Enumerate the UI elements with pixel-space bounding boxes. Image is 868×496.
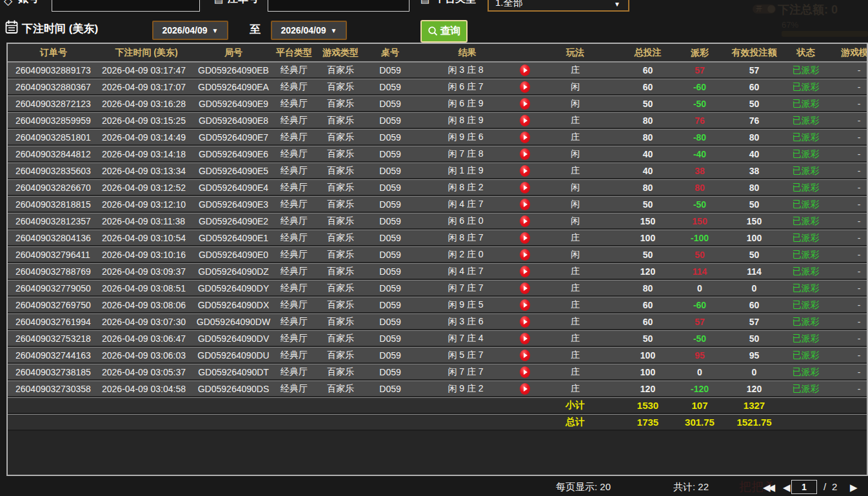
cell-total-bet: 80 (604, 112, 672, 129)
cell-status: 已派彩 (785, 330, 827, 347)
table-row: 260409032769750 2026-04-09 03:08:06 GD05… (8, 297, 868, 313)
cell-game-mode: - (827, 313, 868, 330)
cell-bet-time: 2026-04-09 03:08:51 (99, 280, 193, 297)
video-play-icon[interactable] (520, 182, 530, 193)
cell-valid-bet: 38 (717, 163, 785, 179)
cell-status: 已派彩 (785, 246, 827, 263)
cell-game-type: 百家乐 (315, 280, 366, 297)
next-page-icon[interactable]: ▶ (850, 482, 858, 493)
video-play-icon[interactable] (520, 333, 530, 344)
cell-bet-time: 2026-04-09 03:06:47 (99, 330, 193, 347)
video-play-icon[interactable] (520, 299, 530, 311)
play-triangle-icon (524, 353, 528, 358)
video-play-icon[interactable] (520, 199, 530, 210)
cell-game-type: 百家乐 (315, 313, 366, 330)
play-triangle-icon (524, 303, 528, 308)
current-page-input[interactable] (791, 480, 817, 494)
video-play-icon[interactable] (520, 232, 530, 244)
video-play-icon[interactable] (520, 316, 530, 328)
cell-bet-time: 2026-04-09 03:16:28 (99, 95, 193, 112)
cell-play-method: 庄 (546, 163, 604, 179)
play-triangle-icon (524, 152, 528, 157)
table-row: 260409032730358 2026-04-09 03:04:58 GD05… (8, 381, 868, 397)
table-row: 260409032826670 2026-04-09 03:12:52 GD05… (8, 179, 868, 196)
result-value: 闲 7 庄 8 (435, 148, 497, 160)
table-row: 260409032761994 2026-04-09 03:07:30 GD05… (8, 313, 868, 330)
cell-game-mode: - (827, 213, 868, 230)
table-row: 260409032880367 2026-04-09 03:17:07 GD05… (8, 79, 868, 95)
cell-game-mode: - (827, 263, 868, 280)
cell-game-mode: - (827, 381, 868, 397)
cell-game-mode: - (827, 62, 868, 79)
video-play-icon[interactable] (520, 115, 530, 126)
cell-total-bet: 60 (604, 297, 672, 313)
video-play-icon[interactable] (520, 81, 530, 93)
video-play-icon[interactable] (520, 64, 530, 76)
cell-table-no: D059 (366, 381, 414, 397)
cell-game-type: 百家乐 (315, 364, 366, 381)
cell-order-no: 260409032859959 (8, 112, 99, 129)
video-play-icon[interactable] (520, 148, 530, 160)
overlay-toggle[interactable]: 开 (753, 5, 776, 14)
cell-order-no: 260409032738185 (8, 364, 99, 381)
cell-result: 闲 3 庄 8 (414, 62, 546, 79)
cell-payout: -50 (672, 330, 717, 347)
cell-payout: -60 (672, 79, 717, 95)
subtotal-label: 小计 (546, 397, 604, 414)
cell-game-type: 百家乐 (315, 297, 366, 313)
cell-game-mode: - (827, 146, 868, 163)
cell-status: 已派彩 (785, 381, 827, 397)
video-play-icon[interactable] (520, 283, 530, 294)
table-row: 260409032859959 2026-04-09 03:15:25 GD05… (8, 112, 868, 129)
chevron-down-icon: ▼ (331, 27, 337, 34)
cell-game-type: 百家乐 (315, 179, 366, 196)
platform-type-select[interactable]: 1.全部 ▼ (488, 0, 629, 12)
cell-game-type: 百家乐 (315, 246, 366, 263)
previous-page-icon[interactable]: ◀ (783, 482, 791, 493)
date-to-picker[interactable]: 2026/04/09 ▼ (271, 21, 347, 40)
play-triangle-icon (524, 269, 528, 274)
cell-valid-bet: 50 (717, 246, 785, 263)
cell-play-method: 庄 (546, 364, 604, 381)
cell-table-no: D059 (366, 263, 414, 280)
cell-play-method: 闲 (546, 95, 604, 112)
platform-type-value: 1.全部 (495, 0, 523, 9)
cell-table-no: D059 (366, 347, 414, 364)
result-value: 闲 9 庄 6 (435, 132, 497, 143)
overlay-percent: 67% (782, 20, 798, 30)
cell-total-bet: 120 (604, 381, 672, 397)
cell-round-no: GD059264090DV (193, 330, 273, 347)
video-play-icon[interactable] (520, 98, 530, 110)
cell-payout: -40 (672, 146, 717, 163)
cell-platform-type: 经典厅 (273, 313, 315, 330)
date-from-picker[interactable]: 2026/04/09 ▼ (152, 21, 228, 40)
video-play-icon[interactable] (520, 266, 530, 277)
cell-table-no: D059 (366, 230, 414, 246)
video-play-icon[interactable] (520, 350, 530, 361)
play-triangle-icon (524, 168, 528, 174)
video-play-icon[interactable] (520, 132, 530, 143)
search-button[interactable]: 查询 (420, 20, 468, 43)
video-play-icon[interactable] (520, 366, 530, 378)
table-footer: 每页显示: 20 共计: 22 ◀◀ ◀ / 2 ▶ (0, 480, 868, 496)
table-row: 260409032872123 2026-04-09 03:16:28 GD05… (8, 95, 868, 112)
video-play-icon[interactable] (520, 165, 530, 177)
cell-status: 已派彩 (785, 263, 827, 280)
chevron-down-icon: ▼ (212, 27, 219, 34)
subtotal-total-bet: 1530 (604, 397, 672, 414)
cell-game-type: 百家乐 (315, 79, 366, 95)
video-play-icon[interactable] (520, 383, 530, 395)
col-header-table: 桌号 (366, 44, 414, 62)
account-input[interactable] (52, 0, 200, 12)
video-play-icon[interactable] (520, 249, 530, 261)
cell-status: 已派彩 (785, 112, 827, 129)
cell-platform-type: 经典厅 (273, 146, 315, 163)
cell-play-method: 庄 (546, 280, 604, 297)
cell-valid-bet: 150 (717, 213, 785, 230)
search-button-label: 查询 (440, 25, 461, 38)
video-play-icon[interactable] (520, 215, 530, 227)
order-no-input[interactable] (268, 0, 409, 12)
cell-game-type: 百家乐 (315, 146, 366, 163)
cell-payout: -50 (672, 95, 717, 112)
first-page-icon[interactable]: ◀◀ (763, 482, 773, 493)
